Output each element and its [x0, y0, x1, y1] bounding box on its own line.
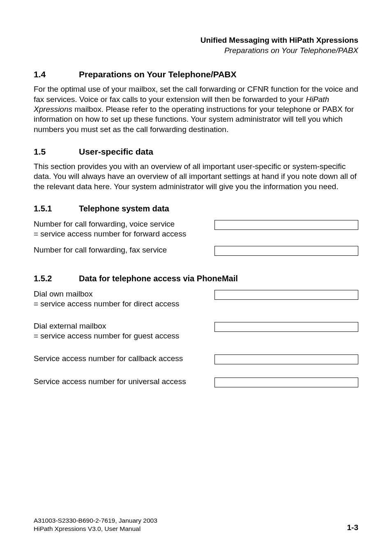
field-row-voice: Number for call forwarding, voice servic…	[34, 219, 358, 239]
field-row-fax: Number for call forwarding, fax service	[34, 245, 358, 256]
input-external-mailbox[interactable]	[214, 322, 358, 332]
footer-line-2: HiPath Xpressions V3.0, User Manual	[34, 525, 141, 532]
label-line-1: Number for call forwarding, voice servic…	[34, 220, 175, 228]
heading-1-4: 1.4Preparations on Your Telephone/PABX	[34, 70, 358, 79]
field-row-universal: Service access number for universal acce…	[34, 377, 358, 387]
heading-1-5: 1.5User-specific data	[34, 147, 358, 157]
field-label-ext: Dial external mailbox = service access n…	[34, 321, 214, 341]
footer-left: A31003-S2330-B690-2-7619, January 2003 H…	[34, 517, 157, 533]
field-label-own: Dial own mailbox = service access number…	[34, 289, 214, 309]
input-universal-access[interactable]	[214, 378, 358, 387]
input-voice-forwarding[interactable]	[214, 220, 358, 230]
para-1-4-b: mailbox. Please refer to the operating i…	[34, 105, 354, 134]
para-1-5: This section provides you with an overvi…	[34, 162, 358, 192]
section-title: Preparations on Your Telephone/PABX	[79, 70, 237, 79]
label-line-2: = service access number for direct acces…	[34, 299, 179, 308]
label-line-1: Number for call forwarding, fax service	[34, 246, 167, 254]
section-title: Telephone system data	[79, 204, 169, 213]
section-number: 1.5.2	[34, 274, 79, 283]
field-label-fax: Number for call forwarding, fax service	[34, 245, 214, 255]
header-title: Unified Messaging with HiPath Xpressions	[34, 35, 358, 46]
section-number: 1.4	[34, 70, 79, 79]
input-own-mailbox[interactable]	[214, 290, 358, 300]
section-title: Data for telephone access via PhoneMail	[79, 274, 238, 283]
input-callback-access[interactable]	[214, 354, 358, 364]
field-label-voice: Number for call forwarding, voice servic…	[34, 219, 214, 239]
field-row-callback: Service access number for callback acces…	[34, 354, 358, 364]
field-row-external-mailbox: Dial external mailbox = service access n…	[34, 321, 358, 341]
section-number: 1.5.1	[34, 204, 79, 213]
header-subtitle: Preparations on Your Telephone/PABX	[34, 46, 358, 56]
field-label-callback: Service access number for callback acces…	[34, 354, 214, 364]
label-line-1: Dial own mailbox	[34, 290, 93, 298]
label-line-2: = service access number for forward acce…	[34, 229, 186, 238]
section-number: 1.5	[34, 147, 79, 157]
label-line-1: Service access number for callback acces…	[34, 354, 183, 363]
footer-line-1: A31003-S2330-B690-2-7619, January 2003	[34, 517, 157, 524]
label-line-1: Service access number for universal acce…	[34, 377, 186, 386]
heading-1-5-2: 1.5.2Data for telephone access via Phone…	[34, 274, 358, 283]
page-header: Unified Messaging with HiPath Xpressions…	[34, 35, 358, 56]
label-line-1: Dial external mailbox	[34, 322, 106, 330]
para-1-4: For the optimal use of your mailbox, set…	[34, 84, 358, 134]
heading-1-5-1: 1.5.1Telephone system data	[34, 204, 358, 213]
section-title: User-specific data	[79, 147, 153, 156]
input-fax-forwarding[interactable]	[214, 246, 358, 256]
page-number: 1-3	[347, 523, 358, 533]
field-label-universal: Service access number for universal acce…	[34, 377, 214, 387]
label-line-2: = service access number for guest access	[34, 331, 179, 340]
page-footer: A31003-S2330-B690-2-7619, January 2003 H…	[34, 517, 358, 533]
field-row-own-mailbox: Dial own mailbox = service access number…	[34, 289, 358, 309]
